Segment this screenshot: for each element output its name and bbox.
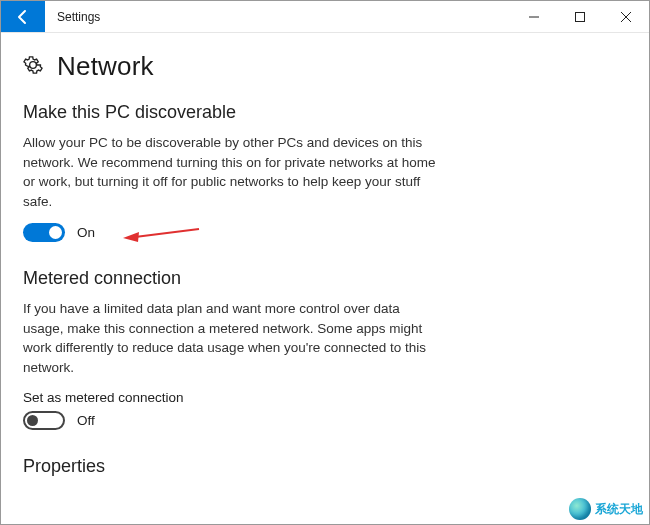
metered-sub-label: Set as metered connection [23, 390, 627, 405]
metered-description: If you have a limited data plan and want… [23, 299, 443, 377]
discoverable-toggle[interactable] [23, 223, 65, 242]
discoverable-toggle-label: On [77, 225, 95, 240]
gear-icon [23, 55, 43, 79]
discoverable-toggle-row: On [23, 223, 627, 242]
metered-toggle-label: Off [77, 413, 95, 428]
watermark-text: 系统天地 [595, 501, 643, 518]
watermark: 系统天地 [569, 498, 643, 520]
section-title-metered: Metered connection [23, 268, 627, 289]
svg-marker-5 [123, 232, 139, 242]
title-bar: Settings [1, 1, 649, 33]
minimize-icon [529, 12, 539, 22]
section-title-discoverable: Make this PC discoverable [23, 102, 627, 123]
maximize-button[interactable] [557, 1, 603, 32]
window-title: Settings [45, 1, 511, 32]
minimize-button[interactable] [511, 1, 557, 32]
discoverable-description: Allow your PC to be discoverable by othe… [23, 133, 443, 211]
globe-icon [569, 498, 591, 520]
metered-toggle-row: Off [23, 411, 627, 430]
maximize-icon [575, 12, 585, 22]
svg-rect-1 [576, 12, 585, 21]
close-button[interactable] [603, 1, 649, 32]
svg-line-4 [135, 229, 199, 237]
page-title: Network [57, 51, 154, 82]
annotation-arrow-icon [121, 225, 201, 243]
back-button[interactable] [1, 1, 45, 32]
metered-toggle[interactable] [23, 411, 65, 430]
section-title-properties: Properties [23, 456, 627, 477]
window-controls [511, 1, 649, 32]
page-header: Network [23, 51, 627, 82]
content-area: Network Make this PC discoverable Allow … [1, 33, 649, 477]
arrow-left-icon [15, 9, 31, 25]
close-icon [621, 12, 631, 22]
